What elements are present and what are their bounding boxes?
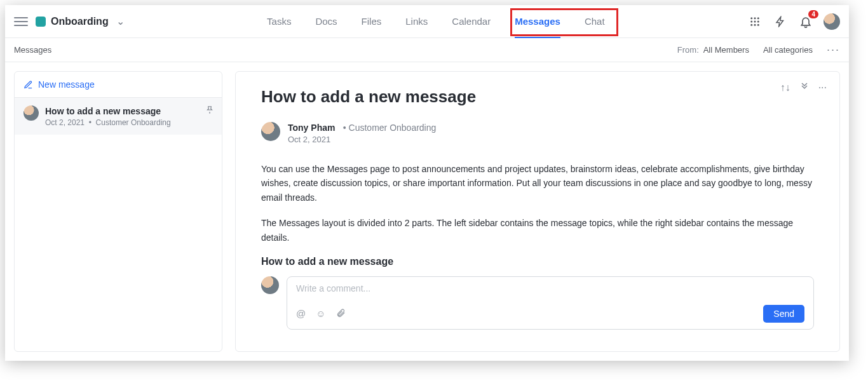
- tab-calendar[interactable]: Calendar: [452, 5, 491, 37]
- message-date: Oct 2, 2021: [288, 135, 436, 144]
- messages-sidebar: New message How to add a new message Oct…: [14, 71, 222, 352]
- avatar: [24, 105, 39, 121]
- message-paragraph: You can use the Messages page to post an…: [261, 162, 814, 205]
- filter-from[interactable]: From: All Members: [677, 45, 749, 55]
- svg-point-5: [757, 20, 759, 22]
- svg-point-2: [757, 17, 759, 19]
- message-list-item[interactable]: How to add a new message Oct 2, 2021 • C…: [15, 98, 222, 135]
- svg-point-1: [754, 17, 756, 19]
- tab-links[interactable]: Links: [405, 5, 428, 37]
- apps-grid-icon[interactable]: [747, 14, 763, 29]
- tab-chat[interactable]: Chat: [585, 5, 605, 37]
- message-panel: ↑↓ ··· How to add a new message Tony Pha…: [235, 71, 840, 352]
- svg-point-7: [754, 24, 756, 25]
- new-message-button[interactable]: New message: [15, 72, 222, 98]
- author-folder: • Customer Onboarding: [341, 123, 436, 133]
- bolt-icon[interactable]: [773, 14, 788, 29]
- filter-from-value: All Members: [703, 45, 749, 55]
- message-paragraph: The Messages layout is divided into 2 pa…: [261, 216, 814, 245]
- svg-point-6: [750, 24, 752, 25]
- author-avatar[interactable]: [261, 122, 280, 141]
- sort-icon[interactable]: ↑↓: [780, 82, 790, 95]
- more-options-icon[interactable]: ···: [827, 43, 840, 57]
- emoji-icon[interactable]: ☺: [316, 308, 325, 319]
- workspace-color-swatch: [36, 17, 46, 27]
- workspace-name: Onboarding: [51, 16, 109, 27]
- panel-more-icon[interactable]: ···: [818, 82, 827, 95]
- filter-categories[interactable]: All categories: [763, 45, 813, 55]
- message-item-meta: Oct 2, 2021 • Customer Onboarding: [45, 118, 171, 127]
- tab-messages[interactable]: Messages: [515, 5, 560, 37]
- attachment-icon[interactable]: [336, 308, 346, 319]
- filter-from-label: From:: [677, 45, 699, 55]
- tab-files[interactable]: Files: [362, 5, 382, 37]
- menu-toggle[interactable]: [14, 15, 28, 29]
- tab-docs[interactable]: Docs: [315, 5, 337, 37]
- comment-input[interactable]: [296, 283, 804, 293]
- tab-tasks[interactable]: Tasks: [267, 5, 291, 37]
- compose-icon: [24, 80, 33, 90]
- notification-badge: 4: [808, 10, 818, 18]
- notifications-icon[interactable]: 4: [798, 14, 813, 29]
- message-body: You can use the Messages page to post an…: [261, 162, 814, 267]
- workspace-selector[interactable]: Onboarding ⌄: [36, 15, 125, 27]
- pin-icon[interactable]: [205, 105, 214, 116]
- breadcrumb: Messages: [14, 45, 677, 55]
- message-item-title: How to add a new message: [45, 105, 171, 117]
- message-subheading: How to add a new message: [261, 256, 814, 267]
- mention-icon[interactable]: @: [296, 308, 306, 319]
- svg-point-4: [754, 20, 756, 22]
- message-title: How to add a new message: [261, 87, 814, 107]
- main-tabs: Tasks Docs Files Links Calendar Messages…: [125, 5, 747, 37]
- commenter-avatar: [261, 276, 279, 294]
- chevron-down-icon: ⌄: [116, 15, 125, 27]
- send-button[interactable]: Send: [763, 305, 804, 323]
- svg-point-8: [757, 24, 759, 25]
- user-avatar[interactable]: [824, 13, 840, 30]
- svg-point-0: [750, 17, 752, 19]
- svg-point-3: [750, 20, 752, 22]
- comment-box[interactable]: @ ☺ Send: [287, 276, 814, 330]
- new-message-label: New message: [38, 79, 95, 90]
- collapse-icon[interactable]: [799, 82, 810, 95]
- author-name: Tony Pham: [288, 123, 335, 133]
